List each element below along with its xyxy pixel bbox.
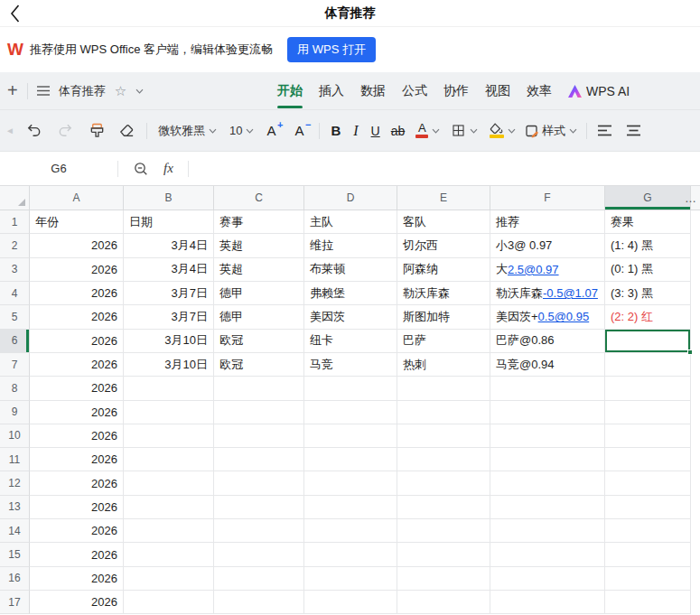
row-header-6[interactable]: 6 xyxy=(0,330,30,353)
cell-G1[interactable]: 赛果 xyxy=(605,210,691,234)
cell-B12[interactable] xyxy=(124,471,214,495)
cell-C15[interactable] xyxy=(214,543,304,566)
cell-G9[interactable] xyxy=(605,401,691,424)
cell-B14[interactable] xyxy=(124,519,214,543)
cell-C14[interactable] xyxy=(214,519,304,543)
cell-C12[interactable] xyxy=(214,471,304,495)
cell-C1[interactable]: 赛事 xyxy=(214,210,304,234)
cell-E3[interactable]: 阿森纳 xyxy=(397,258,490,282)
fill-color-button[interactable] xyxy=(489,123,516,138)
cell-F15[interactable] xyxy=(490,543,605,566)
eraser-button[interactable] xyxy=(118,122,135,139)
cell-B5[interactable]: 3月7日 xyxy=(124,305,214,329)
row-header-10[interactable]: 10 xyxy=(0,424,30,448)
cell-E16[interactable] xyxy=(397,567,490,591)
cell-A2[interactable]: 2026 xyxy=(30,234,124,257)
insert-function-button[interactable]: fx xyxy=(163,161,173,176)
row-header-15[interactable]: 15 xyxy=(0,543,30,566)
doc-menu-chevron[interactable] xyxy=(135,89,144,94)
tab-efficiency[interactable]: 效率 xyxy=(527,83,552,99)
borders-button[interactable] xyxy=(451,123,478,138)
cell-F7[interactable]: 马竞@0.94 xyxy=(490,353,605,377)
cell-E7[interactable]: 热刺 xyxy=(397,353,490,377)
cell-E8[interactable] xyxy=(397,377,490,400)
cell-C2[interactable]: 英超 xyxy=(214,234,304,257)
cell-F9[interactable] xyxy=(490,401,605,424)
increase-font-button[interactable]: A+ xyxy=(266,123,282,138)
row-header-8[interactable]: 8 xyxy=(0,377,30,400)
undo-button[interactable] xyxy=(25,122,42,139)
cell-F1[interactable]: 推荐 xyxy=(490,210,605,234)
cell-D8[interactable] xyxy=(304,377,397,400)
cell-F8[interactable] xyxy=(490,377,605,400)
col-header-B[interactable]: B xyxy=(124,186,214,210)
recommendation-link[interactable]: 0.5@0.95 xyxy=(538,310,590,323)
col-header-G[interactable]: G xyxy=(605,186,691,210)
cell-G6[interactable] xyxy=(605,330,691,353)
cell-D16[interactable] xyxy=(304,567,397,591)
cell-D11[interactable] xyxy=(304,448,397,471)
cell-A17[interactable]: 2026 xyxy=(30,591,124,614)
align-center-button[interactable] xyxy=(627,125,641,136)
align-left-button[interactable] xyxy=(598,125,612,136)
cell-A4[interactable]: 2026 xyxy=(30,282,124,305)
cell-E17[interactable] xyxy=(397,591,490,614)
cell-D9[interactable] xyxy=(304,401,397,424)
font-color-button[interactable]: A xyxy=(415,123,440,138)
tab-insert[interactable]: 插入 xyxy=(319,83,344,99)
zoom-out-button[interactable] xyxy=(133,161,149,177)
cell-C10[interactable] xyxy=(214,424,304,448)
cell-D14[interactable] xyxy=(304,519,397,543)
cell-G3[interactable]: (0: 1) 黑 xyxy=(605,258,691,282)
cell-E6[interactable]: 巴萨 xyxy=(397,330,490,353)
cell-F2[interactable]: 小3@ 0.97 xyxy=(490,234,605,257)
cell-D4[interactable]: 弗赖堡 xyxy=(304,282,397,305)
cell-G10[interactable] xyxy=(605,424,691,448)
cell-D1[interactable]: 主队 xyxy=(304,210,397,234)
redo-button[interactable] xyxy=(57,122,74,139)
cell-C7[interactable]: 欧冠 xyxy=(214,353,304,377)
cell-F13[interactable] xyxy=(490,496,605,519)
italic-button[interactable]: I xyxy=(353,123,358,139)
cell-G17[interactable] xyxy=(605,591,691,614)
cell-B9[interactable] xyxy=(124,401,214,424)
cell-B3[interactable]: 3月4日 xyxy=(124,258,214,282)
row-header-5[interactable]: 5 xyxy=(0,305,30,329)
cell-B8[interactable] xyxy=(124,377,214,400)
cell-A15[interactable]: 2026 xyxy=(30,543,124,566)
tab-formula[interactable]: 公式 xyxy=(402,83,427,99)
recommendation-link[interactable]: -0.5@1.07 xyxy=(543,286,598,300)
tab-collaborate[interactable]: 协作 xyxy=(443,83,469,99)
cell-C9[interactable] xyxy=(214,401,304,424)
cell-D7[interactable]: 马竞 xyxy=(304,353,397,377)
cell-E5[interactable]: 斯图加特 xyxy=(397,305,490,329)
cell-F11[interactable] xyxy=(490,448,605,471)
cell-C6[interactable]: 欧冠 xyxy=(214,330,304,353)
cell-F14[interactable] xyxy=(490,519,605,543)
cell-G16[interactable] xyxy=(605,567,691,591)
recommendation-link[interactable]: 2.5@0.97 xyxy=(508,263,559,276)
cell-C13[interactable] xyxy=(214,496,304,519)
row-header-7[interactable]: 7 xyxy=(0,353,30,377)
col-header-C[interactable]: C xyxy=(214,186,304,210)
cell-G5[interactable]: (2: 2) 红 xyxy=(605,305,691,329)
cell-B16[interactable] xyxy=(124,567,214,591)
cell-A13[interactable]: 2026 xyxy=(30,496,124,519)
cell-A9[interactable]: 2026 xyxy=(30,401,124,424)
fill-handle[interactable] xyxy=(687,349,693,355)
tab-view[interactable]: 视图 xyxy=(485,83,510,99)
cell-D17[interactable] xyxy=(304,591,397,614)
cell-E10[interactable] xyxy=(397,424,490,448)
row-header-14[interactable]: 14 xyxy=(0,519,30,543)
more-columns-button[interactable]: … xyxy=(685,186,697,210)
cell-G12[interactable] xyxy=(605,471,691,495)
cell-B1[interactable]: 日期 xyxy=(124,210,214,234)
cell-A8[interactable]: 2026 xyxy=(30,377,124,400)
cell-A10[interactable]: 2026 xyxy=(30,424,124,448)
tab-data[interactable]: 数据 xyxy=(360,83,386,99)
cell-G14[interactable] xyxy=(605,519,691,543)
cell-E1[interactable]: 客队 xyxy=(397,210,490,234)
cell-B15[interactable] xyxy=(124,543,214,566)
cell-E12[interactable] xyxy=(397,471,490,495)
cell-C3[interactable]: 英超 xyxy=(214,258,304,282)
